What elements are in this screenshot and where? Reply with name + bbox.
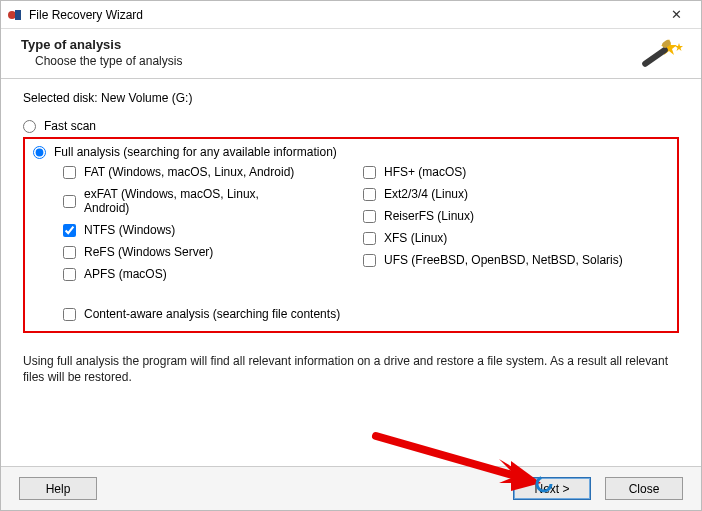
full-analysis-label: Full analysis (searching for any availab… (54, 145, 337, 159)
selected-disk-label: Selected disk: New Volume (G:) (23, 91, 679, 105)
wizard-footer: Help Next > Close (1, 466, 701, 510)
apfs-label: APFS (macOS) (84, 267, 167, 281)
fast-scan-radio[interactable]: Fast scan (23, 119, 679, 133)
hfs-checkbox[interactable]: HFS+ (macOS) (363, 165, 623, 179)
titlebar: File Recovery Wizard ✕ (1, 1, 701, 29)
wizard-wand-icon (639, 35, 683, 82)
ntfs-checkbox[interactable]: NTFS (Windows) (63, 223, 303, 237)
fast-scan-label: Fast scan (44, 119, 96, 133)
hfs-checkbox-input[interactable] (363, 166, 376, 179)
ntfs-checkbox-input[interactable] (63, 224, 76, 237)
close-button[interactable]: Close (605, 477, 683, 500)
full-analysis-highlight: Full analysis (searching for any availab… (23, 137, 679, 333)
svg-point-1 (8, 11, 16, 19)
ufs-checkbox[interactable]: UFS (FreeBSD, OpenBSD, NetBSD, Solaris) (363, 253, 623, 267)
content-aware-label: Content-aware analysis (searching file c… (84, 307, 340, 321)
next-button[interactable]: Next > (513, 477, 591, 500)
exfat-label: exFAT (Windows, macOS, Linux, Android) (84, 187, 303, 215)
refs-label: ReFS (Windows Server) (84, 245, 213, 259)
filesystem-column-left: FAT (Windows, macOS, Linux, Android) exF… (63, 165, 303, 281)
page-title: Type of analysis (21, 37, 681, 52)
exfat-checkbox-input[interactable] (63, 195, 76, 208)
fat-checkbox-input[interactable] (63, 166, 76, 179)
full-analysis-radio[interactable]: Full analysis (searching for any availab… (33, 145, 669, 159)
info-text: Using full analysis the program will fin… (23, 353, 679, 385)
full-analysis-radio-input[interactable] (33, 146, 46, 159)
apfs-checkbox-input[interactable] (63, 268, 76, 281)
refs-checkbox[interactable]: ReFS (Windows Server) (63, 245, 303, 259)
hfs-label: HFS+ (macOS) (384, 165, 466, 179)
reiser-checkbox[interactable]: ReiserFS (Linux) (363, 209, 623, 223)
next-button-label: Next > (534, 482, 569, 496)
svg-marker-4 (675, 43, 683, 51)
fat-label: FAT (Windows, macOS, Linux, Android) (84, 165, 294, 179)
reiser-checkbox-input[interactable] (363, 210, 376, 223)
wizard-content: Selected disk: New Volume (G:) Fast scan… (1, 79, 701, 341)
app-icon (7, 7, 23, 23)
filesystem-grid: FAT (Windows, macOS, Linux, Android) exF… (63, 165, 669, 281)
xfs-checkbox[interactable]: XFS (Linux) (363, 231, 623, 245)
refs-checkbox-input[interactable] (63, 246, 76, 259)
content-aware-checkbox-input[interactable] (63, 308, 76, 321)
window-close-button[interactable]: ✕ (657, 1, 695, 29)
wizard-header: Type of analysis Choose the type of anal… (1, 29, 701, 79)
svg-rect-2 (15, 10, 21, 20)
close-button-label: Close (629, 482, 660, 496)
content-aware-checkbox[interactable]: Content-aware analysis (searching file c… (63, 307, 669, 321)
help-button-label: Help (46, 482, 71, 496)
ntfs-label: NTFS (Windows) (84, 223, 175, 237)
ufs-label: UFS (FreeBSD, OpenBSD, NetBSD, Solaris) (384, 253, 623, 267)
page-subtitle: Choose the type of analysis (21, 54, 681, 68)
fast-scan-radio-input[interactable] (23, 120, 36, 133)
close-icon: ✕ (671, 7, 682, 22)
fat-checkbox[interactable]: FAT (Windows, macOS, Linux, Android) (63, 165, 303, 179)
apfs-checkbox[interactable]: APFS (macOS) (63, 267, 303, 281)
xfs-checkbox-input[interactable] (363, 232, 376, 245)
filesystem-column-right: HFS+ (macOS) Ext2/3/4 (Linux) ReiserFS (… (363, 165, 623, 281)
ext-checkbox[interactable]: Ext2/3/4 (Linux) (363, 187, 623, 201)
ext-label: Ext2/3/4 (Linux) (384, 187, 468, 201)
ufs-checkbox-input[interactable] (363, 254, 376, 267)
window-title: File Recovery Wizard (29, 8, 657, 22)
reiser-label: ReiserFS (Linux) (384, 209, 474, 223)
exfat-checkbox[interactable]: exFAT (Windows, macOS, Linux, Android) (63, 187, 303, 215)
xfs-label: XFS (Linux) (384, 231, 447, 245)
ext-checkbox-input[interactable] (363, 188, 376, 201)
svg-rect-5 (641, 46, 669, 68)
help-button[interactable]: Help (19, 477, 97, 500)
